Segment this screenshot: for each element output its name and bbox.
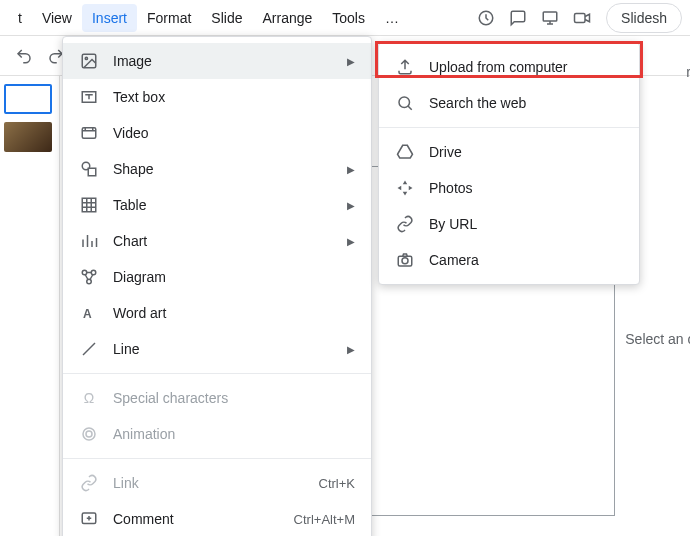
video-icon: [79, 123, 99, 143]
svg-point-11: [91, 270, 96, 275]
insert-link-item: Link Ctrl+K: [63, 465, 371, 501]
svg-point-15: [83, 428, 95, 440]
svg-rect-6: [82, 128, 96, 139]
svg-point-4: [85, 57, 87, 59]
insert-wordart-label: Word art: [113, 305, 355, 321]
camera-icon: [395, 250, 415, 270]
insert-diagram-item[interactable]: Diagram: [63, 259, 371, 295]
slide-thumbnail-1[interactable]: [4, 84, 52, 114]
svg-text:A: A: [83, 307, 92, 321]
menu-format[interactable]: Format: [137, 4, 201, 32]
drive-item[interactable]: Drive: [379, 134, 639, 170]
search-web-label: Search the web: [429, 95, 526, 111]
svg-point-17: [399, 97, 410, 108]
menu-insert[interactable]: Insert: [82, 4, 137, 32]
insert-line-item[interactable]: Line ▶: [63, 331, 371, 367]
svg-rect-2: [575, 13, 586, 22]
insert-specialchars-label: Special characters: [113, 390, 355, 406]
insert-specialchars-item: Ω Special characters: [63, 380, 371, 416]
upload-icon: [395, 57, 415, 77]
chevron-right-icon: ▶: [347, 56, 355, 67]
insert-textbox-item[interactable]: Text box: [63, 79, 371, 115]
divider: [379, 127, 639, 128]
chevron-right-icon: ▶: [347, 200, 355, 211]
menu-more[interactable]: …: [375, 4, 409, 32]
present-icon[interactable]: [538, 6, 562, 30]
insert-textbox-label: Text box: [113, 89, 355, 105]
insert-shape-item[interactable]: Shape ▶: [63, 151, 371, 187]
insert-link-label: Link: [113, 475, 319, 491]
menu-view[interactable]: View: [32, 4, 82, 32]
comment-icon[interactable]: [506, 6, 530, 30]
slideshow-button[interactable]: Slidesh: [606, 3, 682, 33]
textbox-icon: [79, 87, 99, 107]
undo-icon[interactable]: [10, 42, 38, 70]
upload-from-computer-item[interactable]: Upload from computer: [379, 49, 639, 85]
camera-dropdown-icon[interactable]: [570, 6, 594, 30]
insert-video-label: Video: [113, 125, 355, 141]
diagram-icon: [79, 267, 99, 287]
wordart-icon: A: [79, 303, 99, 323]
photos-label: Photos: [429, 180, 473, 196]
menu-slide[interactable]: Slide: [201, 4, 252, 32]
insert-table-label: Table: [113, 197, 347, 213]
insert-image-label: Image: [113, 53, 347, 69]
image-icon: [79, 51, 99, 71]
svg-point-14: [86, 431, 92, 437]
history-icon[interactable]: [474, 6, 498, 30]
svg-rect-9: [82, 198, 96, 212]
insert-video-item[interactable]: Video: [63, 115, 371, 151]
line-icon: [79, 339, 99, 359]
link-icon: [79, 473, 99, 493]
search-icon: [395, 93, 415, 113]
svg-rect-8: [88, 168, 96, 176]
shortcut-label: Ctrl+K: [319, 476, 355, 491]
shortcut-label: Ctrl+Alt+M: [294, 512, 355, 527]
camera-label: Camera: [429, 252, 479, 268]
insert-shape-label: Shape: [113, 161, 347, 177]
insert-line-label: Line: [113, 341, 347, 357]
by-url-item[interactable]: By URL: [379, 206, 639, 242]
select-object-label: Select an obje: [625, 331, 690, 347]
insert-dropdown: Image ▶ Text box Video Shape ▶ Table ▶ C…: [62, 36, 372, 536]
divider: [63, 458, 371, 459]
insert-chart-label: Chart: [113, 233, 347, 249]
drive-icon: [395, 142, 415, 162]
insert-image-item[interactable]: Image ▶: [63, 43, 371, 79]
camera-item[interactable]: Camera: [379, 242, 639, 278]
slide-thumbnail-2[interactable]: [4, 122, 52, 152]
image-submenu: Upload from computer Search the web Driv…: [378, 42, 640, 285]
chevron-right-icon: ▶: [347, 236, 355, 247]
shape-icon: [79, 159, 99, 179]
menu-tools[interactable]: Tools: [322, 4, 375, 32]
menu-arrange[interactable]: Arrange: [252, 4, 322, 32]
menubar: t View Insert Format Slide Arrange Tools…: [0, 0, 690, 36]
svg-point-10: [82, 270, 87, 275]
search-web-item[interactable]: Search the web: [379, 85, 639, 121]
table-icon: [79, 195, 99, 215]
photos-item[interactable]: Photos: [379, 170, 639, 206]
omega-icon: Ω: [79, 388, 99, 408]
svg-rect-1: [543, 12, 557, 21]
svg-point-19: [402, 258, 408, 264]
photos-icon: [395, 178, 415, 198]
divider: [63, 373, 371, 374]
animation-icon: [79, 424, 99, 444]
insert-comment-label: Comment: [113, 511, 294, 527]
slide-panel: [0, 76, 60, 536]
upload-label: Upload from computer: [429, 59, 568, 75]
comment-add-icon: [79, 509, 99, 529]
chart-icon: [79, 231, 99, 251]
insert-wordart-item[interactable]: A Word art: [63, 295, 371, 331]
chevron-right-icon: ▶: [347, 344, 355, 355]
chevron-right-icon: ▶: [347, 164, 355, 175]
insert-animation-item: Animation: [63, 416, 371, 452]
menu-edit-partial[interactable]: t: [8, 4, 32, 32]
url-icon: [395, 214, 415, 234]
insert-diagram-label: Diagram: [113, 269, 355, 285]
insert-table-item[interactable]: Table ▶: [63, 187, 371, 223]
insert-comment-item[interactable]: Comment Ctrl+Alt+M: [63, 501, 371, 536]
insert-chart-item[interactable]: Chart ▶: [63, 223, 371, 259]
format-options-label: rmat o: [686, 64, 690, 80]
insert-animation-label: Animation: [113, 426, 355, 442]
